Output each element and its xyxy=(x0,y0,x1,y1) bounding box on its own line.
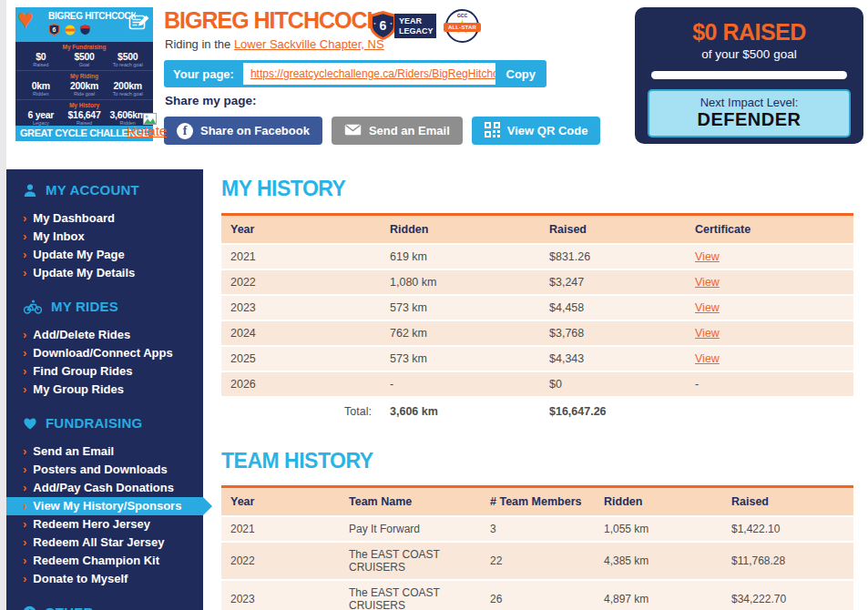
profile-stat-section-label: My History xyxy=(19,102,149,108)
share-facebook-button[interactable]: f Share on Facebook xyxy=(164,117,322,145)
riding-in-prefix: Riding in the xyxy=(165,37,234,51)
cell-text: 2021 xyxy=(230,523,255,535)
table-cell: View xyxy=(686,346,853,371)
page: ♥ BIGREG HITCHCOCK 6 My Fundraising$0Rai… xyxy=(0,0,868,610)
table-row: 2026-$0- xyxy=(221,371,853,397)
cell-text: $1,422.10 xyxy=(731,523,780,535)
column-header-team-members: # Team Members xyxy=(481,487,595,517)
profile-stat-caption: Ride goal xyxy=(63,91,107,97)
sidebar-item-my-inbox[interactable]: ›My Inbox xyxy=(6,228,203,246)
sidebar-section-label: OTHER xyxy=(45,605,94,610)
cell-text: 573 km xyxy=(390,352,427,365)
profile-stat: 0kmRidden xyxy=(19,80,63,97)
page-url-link[interactable]: https://greatcyclechallenge.ca/Riders/Bi… xyxy=(250,67,495,80)
profile-stat-row: $0Raised$500Goal$500To reach goal xyxy=(19,51,149,67)
sidebar-item-download-connect-apps[interactable]: ›Download/Connect Apps xyxy=(6,344,203,362)
empty-cell xyxy=(686,397,853,426)
sidebar-item-redeem-champion-kit[interactable]: ›Redeem Champion Kit xyxy=(6,552,203,570)
profile-stat: $500To reach goal xyxy=(106,51,149,67)
cell-text: - xyxy=(695,378,699,391)
view-qr-button[interactable]: View QR Code xyxy=(472,117,601,145)
chevron-right-icon: › xyxy=(23,554,26,568)
table-cell: 22 xyxy=(481,542,595,580)
table-cell: $3,247 xyxy=(540,269,686,295)
sidebar-section-label: FUNDRAISING xyxy=(46,415,142,431)
cell-text: Pay It Forward xyxy=(349,523,420,535)
chevron-right-icon: › xyxy=(23,229,26,244)
cell-text: - xyxy=(390,378,393,391)
main-content: MY HISTORY YearRiddenRaisedCertificate20… xyxy=(221,169,853,610)
copy-button[interactable]: Copy xyxy=(495,60,547,87)
sidebar-section-my-account: MY ACCOUNT›My Dashboard›My Inbox›Update … xyxy=(6,182,203,282)
view-certificate-link[interactable]: View xyxy=(695,250,720,263)
heart-icon xyxy=(23,417,37,430)
sidebar-item-view-my-history-sponsors[interactable]: ›View My History/Sponsors xyxy=(6,497,203,515)
cell-text: 2023 xyxy=(230,301,256,314)
view-certificate-link[interactable]: View xyxy=(695,327,720,340)
mini-allstar-badge-icon xyxy=(65,23,76,39)
cell-text: 762 km xyxy=(390,327,427,340)
total-label: Total: xyxy=(221,397,381,426)
profile-stat-caption: Ridden xyxy=(19,91,63,97)
sidebar-item-posters-and-downloads[interactable]: ›Posters and Downloads xyxy=(6,461,203,479)
table-cell: View xyxy=(686,244,853,269)
profile-stat-section-label: My Fundraising xyxy=(19,44,149,50)
rotate-link[interactable]: Rotate xyxy=(127,123,167,138)
sidebar-item-send-an-email[interactable]: ›Send an Email xyxy=(6,442,203,461)
profile-card-header: ♥ BIGREG HITCHCOCK 6 xyxy=(15,7,153,42)
table-row: 2022The EAST COAST CRUISERS224,385 km$11… xyxy=(221,542,853,580)
table-cell: - xyxy=(381,371,540,397)
table-cell: View xyxy=(686,295,853,320)
sidebar-item-my-dashboard[interactable]: ›My Dashboard xyxy=(6,209,203,228)
profile-stat-value: $16,647 xyxy=(63,109,107,120)
sidebar-item-redeem-all-star-jersey[interactable]: ›Redeem All Star Jersey xyxy=(6,534,203,552)
sidebar-item-label: My Dashboard xyxy=(33,211,115,226)
matched-heart-badge-icon: ♥ xyxy=(17,7,34,35)
profile-stat-caption: Raised xyxy=(19,62,63,67)
sidebar-item-update-my-page[interactable]: ›Update My Page xyxy=(6,246,203,264)
your-page-bar: Your page: https://greatcyclechallenge.c… xyxy=(164,60,546,87)
envelope-icon xyxy=(344,124,362,138)
table-cell: 1,080 km xyxy=(381,269,540,295)
sidebar-item-find-group-rides[interactable]: ›Find Group Rides xyxy=(6,362,203,381)
sidebar-section-header: iOTHER xyxy=(23,605,203,610)
cell-text: $0 xyxy=(549,378,562,391)
team-history-title: TEAM HISTORY xyxy=(221,449,853,473)
chevron-right-icon: › xyxy=(23,328,26,342)
view-certificate-link[interactable]: View xyxy=(695,301,720,314)
chevron-right-icon: › xyxy=(23,364,26,379)
chevron-right-icon: › xyxy=(23,444,26,459)
cell-text: 2021 xyxy=(230,250,256,263)
next-impact-box: Next Impact Level: DEFENDER xyxy=(648,89,851,137)
riding-in-line: Riding in the Lower Sackville Chapter, N… xyxy=(165,37,384,51)
table-cell: The EAST COAST CRUISERS xyxy=(340,542,481,580)
table-cell: View xyxy=(686,320,853,346)
table-cell: 573 km xyxy=(381,295,540,320)
view-certificate-link[interactable]: View xyxy=(695,352,720,365)
chapter-link[interactable]: Lower Sackville Chapter, NS xyxy=(234,37,384,51)
send-email-button[interactable]: Send an Email xyxy=(332,117,463,145)
user-icon xyxy=(23,183,37,198)
table-row: 2021619 km$831.26View xyxy=(221,244,853,269)
sidebar-section-header: MY ACCOUNT xyxy=(23,182,203,198)
table-row: 2021Pay It Forward31,055 km$1,422.10 xyxy=(221,516,853,542)
sidebar-item-add-pay-cash-donations[interactable]: ›Add/Pay Cash Donations xyxy=(6,479,203,497)
sidebar-item-add-delete-rides[interactable]: ›Add/Delete Rides xyxy=(6,326,203,344)
view-certificate-link[interactable]: View xyxy=(695,276,720,289)
table-cell: 2023 xyxy=(221,580,340,610)
sidebar-item-label: View My History/Sponsors xyxy=(33,499,181,513)
sidebar-item-redeem-hero-jersey[interactable]: ›Redeem Hero Jersey xyxy=(6,515,203,534)
cell-text: $3,768 xyxy=(549,327,584,340)
edit-card-icon[interactable] xyxy=(128,13,150,37)
table-cell: $4,458 xyxy=(540,295,686,320)
raised-panel: $0 RAISED of your $500 goal Next Impact … xyxy=(635,7,863,144)
share-buttons: f Share on Facebook Send an Email View Q… xyxy=(164,117,600,145)
sidebar-nav: MY ACCOUNT›My Dashboard›My Inbox›Update … xyxy=(6,169,203,610)
total-ridden: 3,606 km xyxy=(381,397,540,426)
sidebar-item-donate-to-myself[interactable]: ›Donate to Myself xyxy=(6,570,203,588)
sidebar-item-update-my-details[interactable]: ›Update My Details xyxy=(6,264,203,282)
table-header-row: YearTeam Name# Team MembersRiddenRaised xyxy=(221,487,853,517)
sidebar-item-my-group-rides[interactable]: ›My Group Rides xyxy=(6,381,203,399)
cell-text: $4,458 xyxy=(549,301,584,314)
table-cell: 2025 xyxy=(221,346,381,371)
